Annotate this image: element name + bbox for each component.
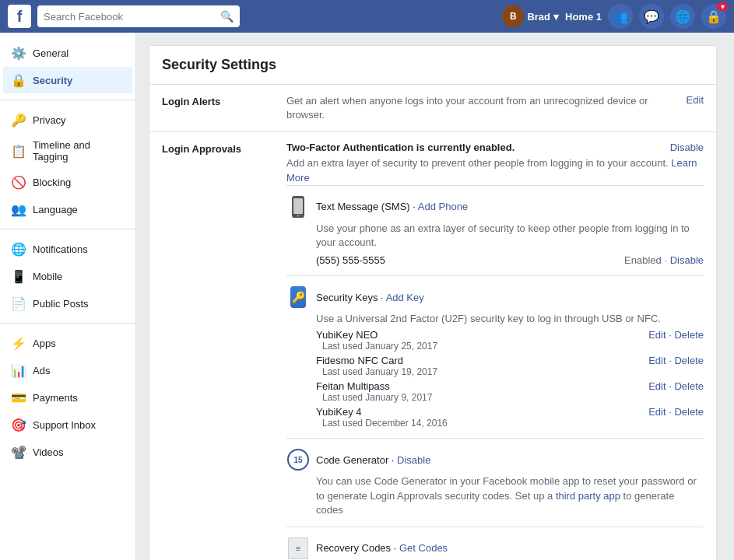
blocking-icon: 🚫 xyxy=(11,174,26,190)
two-factor-disable-link[interactable]: Disable xyxy=(670,142,704,153)
code-gen-disable-link[interactable]: Disable xyxy=(397,454,430,466)
phone-row: (555) 555-5555 Enabled · Disable xyxy=(316,254,704,266)
search-icon: 🔍 xyxy=(220,10,234,23)
sms-desc: Use your phone as an extra layer of secu… xyxy=(316,222,704,250)
privacy-icon: 🔑 xyxy=(11,112,26,128)
search-input[interactable] xyxy=(44,11,220,23)
sidebar-item-apps[interactable]: ⚡ Apps xyxy=(3,330,132,356)
support-inbox-icon: 🎯 xyxy=(11,417,26,432)
recovery-codes-title: Recovery Codes · Get Codes xyxy=(316,542,448,554)
key-entry-1: Fidesmo NFC Card Last used January 19, 2… xyxy=(316,355,704,377)
phone-icon xyxy=(286,195,310,219)
avatar: B xyxy=(502,5,524,27)
add-key-link[interactable]: Add Key xyxy=(386,292,424,303)
sidebar-item-blocking[interactable]: 🚫 Blocking xyxy=(3,169,132,195)
mobile-icon: 📱 xyxy=(11,268,26,284)
third-party-app-link[interactable]: third party app xyxy=(556,490,620,502)
sidebar-item-videos[interactable]: 📽️ Videos xyxy=(3,439,132,465)
key-entry-3: YubiKey 4 Last used December 14, 2016 Ed… xyxy=(316,406,704,429)
key-entry-2: Feitan Multipass Last used January 9, 20… xyxy=(316,380,704,403)
sidebar-item-public-posts[interactable]: 📄 Public Posts xyxy=(3,290,132,317)
code-generator-subsection: 15 Code Generator · Disable You can use … xyxy=(286,438,704,527)
friends-icon[interactable]: 👥 xyxy=(608,4,633,29)
svg-rect-1 xyxy=(293,198,303,214)
key-delete-1[interactable]: Delete xyxy=(674,355,704,366)
search-bar[interactable]: 🔍 xyxy=(37,5,240,27)
sidebar-item-mobile[interactable]: 📱 Mobile xyxy=(3,263,132,289)
sms-disable-link[interactable]: Disable xyxy=(670,254,704,266)
login-approvals-label: Login Approvals xyxy=(162,142,286,560)
key-icon: 🔑 xyxy=(286,285,310,309)
ads-icon: 📊 xyxy=(11,362,26,378)
two-factor-title: Two-Factor Authentication is currently e… xyxy=(286,142,515,153)
main-content: Security Settings Login Alerts Get an al… xyxy=(136,33,734,560)
login-approvals-row: Login Approvals Two-Factor Authenticatio… xyxy=(149,132,716,560)
code-gen-title: Code Generator · Disable xyxy=(316,454,430,466)
login-alerts-row: Login Alerts Get an alert when anyone lo… xyxy=(149,85,716,132)
svg-point-2 xyxy=(297,214,300,216)
sidebar-item-security[interactable]: 🔒 Security xyxy=(3,67,132,93)
page-wrapper: ⚙️ General 🔒 Security 🔑 Privacy 📋 Timeli… xyxy=(0,33,734,560)
login-alerts-edit[interactable]: Edit xyxy=(687,94,704,122)
sidebar-item-ads[interactable]: 📊 Ads xyxy=(3,357,132,383)
apps-icon: ⚡ xyxy=(11,335,26,351)
nav-home-label: Home 1 xyxy=(565,11,602,23)
sidebar: ⚙️ General 🔒 Security 🔑 Privacy 📋 Timeli… xyxy=(0,33,136,560)
videos-icon: 📽️ xyxy=(11,444,26,460)
security-icon: 🔒 xyxy=(11,72,26,88)
nav-user[interactable]: B Brad ▾ xyxy=(502,5,559,27)
key-edit-3[interactable]: Edit xyxy=(648,406,666,418)
sidebar-item-general[interactable]: ⚙️ General xyxy=(3,40,132,66)
nav-right: B Brad ▾ Home 1 👥 💬 🌐 🔒▾ xyxy=(502,4,726,29)
sidebar-item-support-inbox[interactable]: 🎯 Support Inbox xyxy=(3,411,132,438)
code-gen-icon: 15 xyxy=(286,448,310,471)
login-alerts-label: Login Alerts xyxy=(162,94,286,122)
key-edit-0[interactable]: Edit xyxy=(648,329,666,341)
recovery-icon: ≡ xyxy=(286,537,310,560)
sidebar-item-notifications[interactable]: 🌐 Notifications xyxy=(3,236,132,262)
sidebar-divider-2 xyxy=(0,229,135,229)
payments-icon: 💳 xyxy=(11,390,26,405)
key-entry-0: YubiKey NEO Last used January 25, 2017 E… xyxy=(316,329,704,352)
notifications-icon: 🌐 xyxy=(11,241,26,257)
sidebar-item-language[interactable]: 👥 Language xyxy=(3,196,132,222)
sidebar-item-timeline-tagging[interactable]: 📋 Timeline and Tagging xyxy=(3,134,132,168)
public-posts-icon: 📄 xyxy=(11,296,26,311)
sms-title: Text Message (SMS) · Add Phone xyxy=(316,201,468,212)
settings-panel: Security Settings Login Alerts Get an al… xyxy=(149,45,717,560)
key-delete-2[interactable]: Delete xyxy=(674,380,704,392)
key-delete-0[interactable]: Delete xyxy=(674,329,704,341)
sms-subsection: Text Message (SMS) · Add Phone Use your … xyxy=(286,185,704,275)
sidebar-divider-3 xyxy=(0,323,135,324)
add-phone-link[interactable]: Add Phone xyxy=(418,201,468,212)
security-keys-subsection: 🔑 Security Keys · Add Key Use a Universa… xyxy=(286,275,704,438)
sidebar-divider-1 xyxy=(0,100,135,100)
messenger-icon[interactable]: 💬 xyxy=(639,4,664,29)
login-alerts-content: Get an alert when anyone logs into your … xyxy=(286,94,680,122)
facebook-logo: f xyxy=(8,5,31,28)
security-keys-title: Security Keys · Add Key xyxy=(316,292,424,303)
key-edit-1[interactable]: Edit xyxy=(648,355,666,366)
security-keys-desc: Use a Universal 2nd Factor (U2F) securit… xyxy=(316,312,704,326)
top-navigation: f 🔍 B Brad ▾ Home 1 👥 💬 🌐 🔒▾ xyxy=(0,0,734,33)
key-delete-3[interactable]: Delete xyxy=(674,406,704,418)
language-icon: 👥 xyxy=(11,201,26,217)
lock-icon[interactable]: 🔒▾ xyxy=(701,4,726,29)
get-codes-link[interactable]: Get Codes xyxy=(399,542,448,554)
key-edit-2[interactable]: Edit xyxy=(648,380,666,392)
recovery-codes-subsection: ≡ Recovery Codes · Get Codes Use these c… xyxy=(286,527,704,560)
phone-number: (555) 555-5555 xyxy=(316,254,385,266)
general-icon: ⚙️ xyxy=(11,45,26,61)
sidebar-item-privacy[interactable]: 🔑 Privacy xyxy=(3,107,132,133)
page-title: Security Settings xyxy=(149,46,716,85)
login-approvals-content: Two-Factor Authentication is currently e… xyxy=(286,142,704,560)
globe-icon[interactable]: 🌐 xyxy=(670,4,695,29)
timeline-icon: 📋 xyxy=(11,143,26,159)
sidebar-item-payments[interactable]: 💳 Payments xyxy=(3,384,132,411)
